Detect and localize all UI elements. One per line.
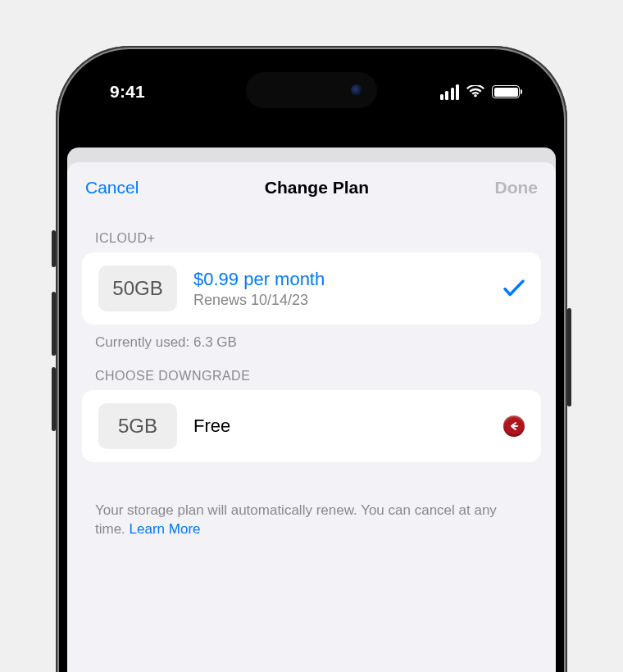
status-time: 9:41 bbox=[110, 82, 145, 102]
cellular-signal-icon bbox=[440, 84, 460, 100]
plan-row-downgrade[interactable]: 5GB Free bbox=[82, 390, 541, 462]
done-button[interactable]: Done bbox=[494, 178, 538, 198]
nav-bar: Cancel Change Plan Done bbox=[67, 162, 556, 213]
checkmark-icon bbox=[503, 279, 525, 297]
pointer-badge-icon bbox=[503, 415, 525, 437]
screen: 9:41 Cancel Change Plan Done bbox=[67, 57, 556, 672]
page-title: Change Plan bbox=[265, 178, 369, 198]
learn-more-link[interactable]: Learn More bbox=[130, 521, 201, 537]
plan-renews: Renews 10/14/23 bbox=[193, 292, 487, 309]
battery-icon bbox=[492, 85, 520, 98]
cancel-button[interactable]: Cancel bbox=[85, 178, 139, 198]
phone-volume-down-button bbox=[52, 367, 56, 431]
modal-sheet: Cancel Change Plan Done ICLOUD+ 50GB $0.… bbox=[67, 162, 556, 672]
phone-side-button bbox=[52, 230, 56, 267]
status-bar: 9:41 bbox=[67, 57, 556, 148]
plan-row-current[interactable]: 50GB $0.99 per month Renews 10/14/23 bbox=[82, 252, 541, 325]
dynamic-island bbox=[246, 72, 377, 108]
section-header-downgrade: CHOOSE DOWNGRADE bbox=[67, 351, 556, 390]
section-header-icloud-plus: ICLOUD+ bbox=[67, 213, 556, 252]
plan-free-label: Free bbox=[193, 415, 487, 437]
plan-size-badge: 5GB bbox=[98, 403, 177, 449]
phone-power-button bbox=[567, 308, 571, 406]
plan-price: $0.99 per month bbox=[193, 269, 487, 290]
phone-volume-up-button bbox=[52, 292, 56, 356]
phone-frame: 9:41 Cancel Change Plan Done bbox=[56, 46, 567, 672]
plan-size-badge: 50GB bbox=[98, 266, 177, 311]
current-usage-text: Currently used: 6.3 GB bbox=[67, 325, 556, 351]
wifi-icon bbox=[466, 85, 484, 98]
footer-note: Your storage plan will automatically ren… bbox=[67, 462, 556, 539]
